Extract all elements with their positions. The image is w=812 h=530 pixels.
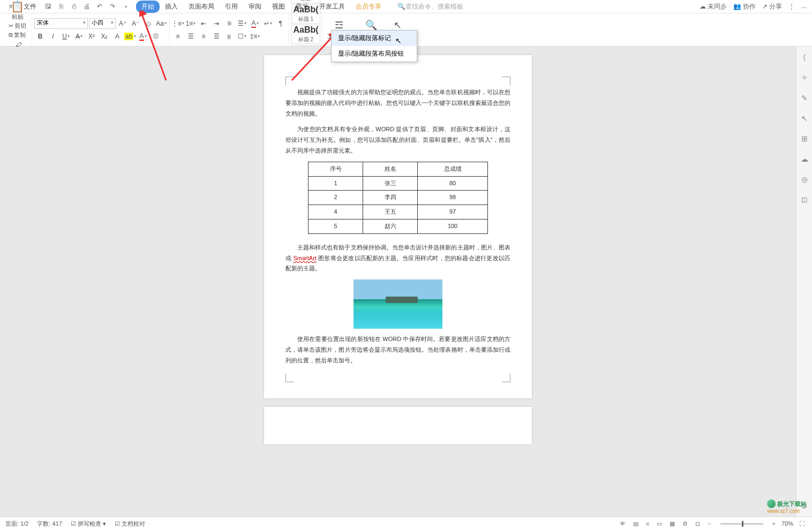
underline-button[interactable]: U (60, 31, 72, 42)
font-name-select[interactable]: 宋体 (34, 18, 88, 29)
highlight-button[interactable]: ab (124, 31, 136, 42)
eye-icon[interactable]: 👁 (618, 520, 627, 527)
doc-paragraph[interactable]: 使用在需要位置出现的新按钮在 WORD 中保存时间。若要更改图片适应文档的方式，… (285, 334, 510, 366)
table-row[interactable]: 4王五97 (309, 205, 488, 219)
undo-icon[interactable]: ↶ (94, 1, 105, 12)
dropdown-show-layout-buttons[interactable]: 显示/隐藏段落布局按钮 (332, 46, 417, 62)
print-icon[interactable]: ⎙ (69, 1, 79, 12)
style-normal[interactable]: AaBbCcDd 正文 (291, 0, 320, 3)
tab-refs[interactable]: 引用 (220, 1, 243, 13)
zoom-value[interactable]: 70% (781, 520, 793, 527)
table-row[interactable]: 5赵六100 (309, 219, 488, 233)
table-cell[interactable]: 100 (418, 219, 488, 233)
side-tool2-icon[interactable]: ⊞ (799, 133, 810, 144)
shading-button[interactable]: ☐ (236, 31, 248, 42)
table-cell[interactable]: 赵六 (363, 219, 418, 233)
save-as-icon[interactable]: ⎘ (56, 1, 66, 12)
share-button[interactable]: ↗ 分享 (762, 2, 782, 11)
numbering-button[interactable]: 1≡ (185, 18, 197, 29)
save-icon[interactable]: 🖫 (43, 1, 54, 12)
view-web-icon[interactable]: ▭ (655, 520, 664, 527)
table-cell[interactable]: 80 (418, 176, 488, 191)
table-row[interactable]: 2李四98 (309, 191, 488, 205)
view-gear-icon[interactable]: ⚙ (681, 520, 689, 527)
side-tool3-icon[interactable]: ☁ (799, 154, 810, 164)
side-tool5-icon[interactable]: ⊡ (799, 194, 810, 205)
command-search[interactable]: 🔍 查找命令、搜索模板 (397, 2, 463, 11)
doc-paragraph[interactable]: 视频提供了功能强大的方法帮助您证明您的观点。当您单击联机视频时，可以在想要添加的… (285, 87, 510, 119)
line-spacing-button[interactable]: ☰ (236, 18, 248, 29)
text-direction-button[interactable]: A (249, 18, 261, 29)
distribute-button[interactable]: ⫼ (223, 31, 235, 42)
fullscreen-icon[interactable]: ⛶ (798, 520, 807, 527)
side-pen-icon[interactable]: ✎ (799, 93, 810, 103)
tab-layout[interactable]: 页面布局 (183, 1, 220, 13)
align-justify-button[interactable]: ☰ (210, 31, 222, 42)
zoom-slider[interactable] (720, 523, 763, 525)
table-cell[interactable]: 97 (418, 205, 488, 219)
status-spellcheck[interactable]: ☑ 拼写检查 ▾ (71, 520, 106, 528)
dropdown-show-paragraph-marks[interactable]: 显示/隐藏段落标记 (332, 31, 417, 46)
strike-button[interactable]: A̶ (73, 31, 85, 42)
subscript-button[interactable]: X₂ (99, 31, 110, 42)
align-center-button[interactable]: ☰ (185, 31, 197, 42)
status-wordcount[interactable]: 字数: 417 (37, 520, 62, 528)
style-heading1[interactable]: AaBb( 标题 1 (291, 4, 320, 24)
view-page-icon[interactable]: ▤ (631, 520, 640, 527)
tab-view[interactable]: 视图 (267, 1, 290, 13)
side-expand-icon[interactable]: ⟨ (799, 52, 810, 63)
view-read-icon[interactable]: ▦ (668, 520, 676, 527)
paste-button[interactable]: 📋 粘贴 (7, 0, 27, 22)
qat-more-icon[interactable] (120, 1, 131, 12)
show-marks-button[interactable]: ¶ (275, 18, 287, 29)
redo-icon[interactable]: ↷ (107, 1, 118, 12)
text-effect-icon[interactable]: A (111, 31, 123, 42)
table-row[interactable]: 1张三80 (309, 176, 488, 191)
table-cell[interactable]: 5 (309, 219, 363, 233)
status-proof[interactable]: ☑ 文档校对 (115, 520, 145, 528)
side-tool1-icon[interactable]: ✧ (799, 72, 810, 83)
decrease-indent-button[interactable]: ⇤ (198, 18, 209, 29)
table-header[interactable]: 总成绩 (418, 162, 488, 176)
side-select-icon[interactable]: ↖ (799, 113, 810, 124)
status-page[interactable]: 页面: 1/2 (5, 520, 28, 528)
tab-member[interactable]: 会员专享 (350, 1, 387, 13)
italic-button[interactable]: I (47, 31, 59, 42)
increase-indent-button[interactable]: ⇥ (210, 18, 222, 29)
doc-table[interactable]: 序号姓名总成绩 1张三802李四984王五975赵六100 (308, 162, 488, 234)
zoom-in-icon[interactable]: + (771, 520, 777, 527)
doc-paragraph[interactable]: 为使您的文档具有专业外观，WORD 提供了页眉、页脚、封面和文本框设计，这些设计… (285, 124, 510, 156)
superscript-button[interactable]: X² (86, 31, 97, 42)
collapse-ribbon-icon[interactable]: ︿ (801, 2, 808, 11)
doc-image-beach[interactable] (354, 279, 442, 329)
table-cell[interactable]: 98 (418, 191, 488, 205)
table-cell[interactable]: 王五 (363, 205, 418, 219)
zoom-out-icon[interactable]: − (706, 520, 712, 527)
font-size-select[interactable]: 小四 (89, 18, 116, 29)
side-tool4-icon[interactable]: ◎ (799, 174, 810, 185)
collab-button[interactable]: 👥 协作 (733, 2, 756, 11)
table-cell[interactable]: 2 (309, 191, 363, 205)
table-cell[interactable]: 李四 (363, 191, 418, 205)
bold-button[interactable]: B (34, 31, 46, 42)
sync-status[interactable]: ☁ 未同步 (700, 2, 727, 11)
zoom-fit-icon[interactable]: ⊡ (694, 520, 702, 527)
paragraph-layout-button[interactable]: ↵ (262, 18, 274, 29)
increase-font-icon[interactable]: A⁺ (117, 18, 129, 29)
table-cell[interactable]: 1 (309, 176, 363, 191)
align-right-button[interactable]: ≡ (198, 31, 209, 42)
table-cell[interactable]: 4 (309, 205, 363, 219)
print-preview-icon[interactable]: 🖨 (81, 1, 92, 12)
view-outline-icon[interactable]: ≡ (644, 520, 651, 527)
line-spacing2-button[interactable]: ‡≡ (249, 31, 261, 42)
copy-button[interactable]: ⧉ 复制 (9, 31, 26, 39)
tab-review[interactable]: 审阅 (243, 1, 267, 13)
table-cell[interactable]: 张三 (363, 176, 418, 191)
cut-button[interactable]: ✂ 剪切 (9, 22, 26, 30)
more-icon[interactable]: ⋮ (788, 3, 795, 10)
table-header[interactable]: 姓名 (363, 162, 418, 176)
document-canvas[interactable]: 视频提供了功能强大的方法帮助您证明您的观点。当您单击联机视频时，可以在想要添加的… (0, 47, 796, 517)
table-header[interactable]: 序号 (309, 162, 363, 176)
sort-icon[interactable]: ⚞ (223, 18, 235, 29)
doc-paragraph[interactable]: 主题和样式也有助于文档保持协调。当您单击设计并选择新的主题时，图片、图表或 Sm… (285, 243, 510, 274)
